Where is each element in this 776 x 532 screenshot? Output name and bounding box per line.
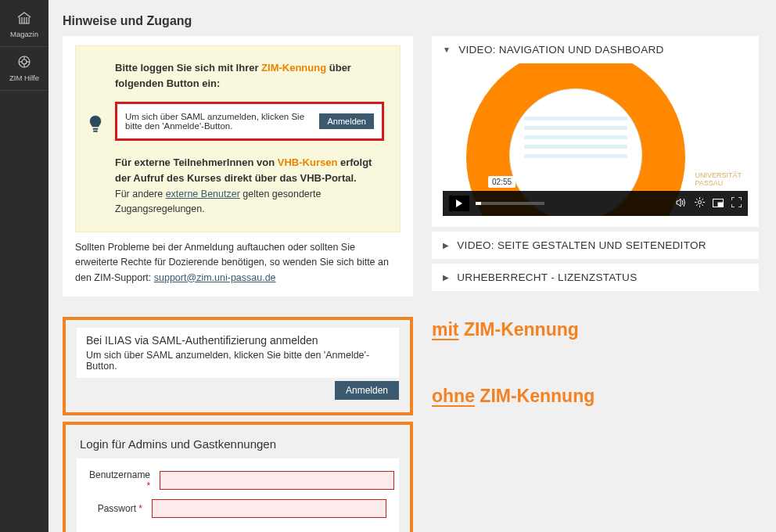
- annotation-mit-zim: mit ZIM-Kennung: [432, 319, 759, 340]
- saml-login-title: Bei ILIAS via SAML-Authentifizierung anm…: [77, 328, 399, 348]
- svg-point-1: [22, 59, 27, 64]
- password-label: Passwort: [98, 503, 136, 514]
- admin-login-title: Login für Admins und Gastkennungen: [77, 433, 399, 458]
- info-card: Bitte loggen Sie sich mit Ihrer ZIM-Kenn…: [63, 36, 413, 297]
- sidebar-label: Magazin: [10, 30, 38, 38]
- saml-red-frame: Um sich über SAML anzumelden, klicken Si…: [115, 102, 384, 141]
- info-text: Bitte loggen Sie sich mit Ihrer: [115, 62, 261, 74]
- sidebar-label: ZIM Hilfe: [9, 74, 39, 82]
- settings-icon[interactable]: [695, 197, 705, 210]
- saml-anmelden-button[interactable]: Anmelden: [335, 381, 399, 400]
- magazin-icon: [16, 11, 32, 30]
- saml-login-text: Um sich über SAML anzumelden, klicken Si…: [77, 348, 399, 378]
- accordion-video-seiteneditor: ▶ VIDEO: SEITE GESTALTEN UND SEITENEDITO…: [432, 232, 759, 259]
- page-title: Hinweise und Zugang: [63, 14, 759, 28]
- accordion-label: VIDEO: NAVIGATION UND DASHBOARD: [458, 44, 663, 56]
- saml-hint-text: Um sich über SAML anzumelden, klicken Si…: [125, 112, 310, 131]
- pip-icon[interactable]: [713, 198, 724, 210]
- caret-right-icon: ▶: [443, 241, 449, 250]
- sidebar: Magazin ZIM Hilfe: [0, 0, 48, 532]
- admin-login-frame: Login für Admins und Gastkennungen Benut…: [63, 422, 413, 532]
- zim-kennung-highlight: ZIM-Kennung: [261, 62, 326, 74]
- vhb-highlight: VHB-Kursen: [278, 156, 338, 168]
- svg-rect-8: [718, 203, 723, 207]
- caret-down-icon: ▼: [443, 45, 451, 54]
- video-progress[interactable]: [476, 202, 544, 205]
- required-star: *: [146, 480, 150, 491]
- externe-benutzer-link[interactable]: externe Benutzer: [166, 189, 240, 200]
- help-icon: [17, 55, 31, 74]
- university-logo: UNIVERSITÄTPASSAU: [695, 172, 742, 188]
- username-input[interactable]: [160, 471, 394, 490]
- video-controls: [443, 191, 748, 216]
- accordion-header[interactable]: ▶ URHEBERRECHT - LIZENZSTATUS: [432, 264, 759, 291]
- accordion-header[interactable]: ▼ VIDEO: NAVIGATION UND DASHBOARD: [432, 36, 759, 63]
- username-label: Benutzername: [89, 469, 150, 480]
- saml-login-frame: Bei ILIAS via SAML-Authentifizierung anm…: [63, 317, 413, 415]
- ext-text: Für externe TeilnehmerInnen von: [115, 156, 278, 168]
- password-input[interactable]: [152, 499, 386, 518]
- volume-icon[interactable]: [676, 197, 687, 210]
- video-time-tooltip: 02:55: [488, 176, 516, 188]
- accordion-label: URHEBERRECHT - LIZENZSTATUS: [457, 271, 637, 283]
- info-box: Bitte loggen Sie sich mit Ihrer ZIM-Kenn…: [75, 45, 401, 232]
- other-text: Für andere: [115, 189, 166, 200]
- svg-point-6: [699, 201, 702, 204]
- sidebar-item-zim-hilfe[interactable]: ZIM Hilfe: [0, 47, 48, 91]
- accordion-header[interactable]: ▶ VIDEO: SEITE GESTALTEN UND SEITENEDITO…: [432, 232, 759, 259]
- annotation-ohne-zim: ohne ZIM-Kennung: [432, 386, 759, 407]
- sidebar-item-magazin[interactable]: Magazin: [0, 3, 48, 47]
- accordion-label: VIDEO: SEITE GESTALTEN UND SEITENEDITOR: [457, 239, 706, 251]
- support-email-link[interactable]: support@zim.uni-passau.de: [154, 272, 276, 283]
- accordion-urheberrecht: ▶ URHEBERRECHT - LIZENZSTATUS: [432, 264, 759, 291]
- video-player[interactable]: 02:55 UNIVERSITÄTPASSAU: [443, 63, 748, 216]
- play-button[interactable]: [449, 196, 469, 211]
- required-star: *: [138, 503, 142, 514]
- anmelden-button-inline[interactable]: Anmelden: [319, 113, 374, 129]
- caret-right-icon: ▶: [443, 273, 449, 282]
- support-text: Sollten Probleme bei der Anmeldung aufta…: [75, 232, 401, 286]
- main-content: Hinweise und Zugang Bitte loggen Sie sic…: [48, 0, 776, 532]
- lightbulb-icon: [88, 60, 107, 217]
- fullscreen-icon[interactable]: [731, 197, 742, 210]
- accordion-video-navigation: ▼ VIDEO: NAVIGATION UND DASHBOARD 02:55 …: [432, 36, 759, 227]
